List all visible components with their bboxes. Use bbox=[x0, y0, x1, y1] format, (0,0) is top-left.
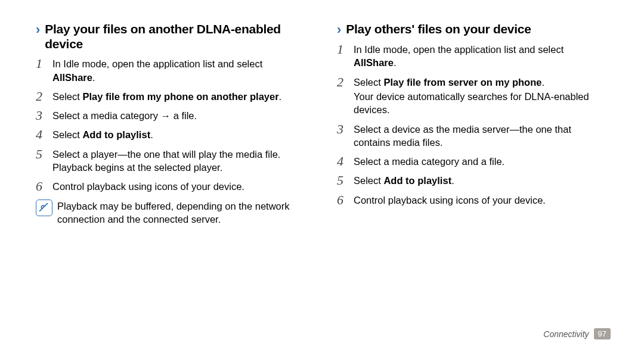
step-text-post: . bbox=[92, 72, 95, 83]
step-text: Control playback using icons of your dev… bbox=[52, 180, 244, 193]
steps-list-left: 1 In Idle mode, open the application lis… bbox=[36, 57, 307, 193]
left-column: › Play your files on another DLNA-enable… bbox=[30, 18, 313, 343]
step-number: 1 bbox=[337, 43, 354, 56]
step-text: Select a media category → a file. bbox=[52, 109, 197, 122]
step-text-pre: In Idle mode, open the application list … bbox=[52, 58, 262, 69]
step-number: 6 bbox=[36, 180, 52, 193]
step-text-post: . bbox=[451, 175, 454, 186]
note-info-icon bbox=[36, 200, 52, 216]
footer-section-name: Connectivity bbox=[543, 329, 589, 339]
step-number: 2 bbox=[36, 90, 52, 103]
step-text-pre: Control playback using icons of your dev… bbox=[354, 195, 546, 205]
step-text-post: . bbox=[150, 129, 153, 140]
step-text-pre: In Idle mode, open the application list … bbox=[354, 44, 564, 55]
step-item: 1 In Idle mode, open the application lis… bbox=[36, 57, 307, 84]
page-footer: Connectivity 97 bbox=[543, 328, 611, 339]
step-number: 3 bbox=[337, 123, 354, 136]
step-text-bold: Play file from server on my phone bbox=[383, 77, 541, 88]
step-text-pre: Select a media category → a file. bbox=[52, 110, 197, 121]
step-text-post: . bbox=[394, 57, 397, 68]
footer-page-number: 97 bbox=[594, 328, 611, 339]
step-number: 3 bbox=[36, 109, 52, 122]
heading-title-left: Play your files on another DLNA-enabled … bbox=[45, 21, 307, 51]
step-text: Select Add to playlist. bbox=[354, 174, 454, 187]
step-item: 3 Select a media category → a file. bbox=[36, 109, 307, 122]
step-item: 6 Control playback using icons of your d… bbox=[36, 180, 307, 193]
step-item: 5 Select a player—the one that will play… bbox=[36, 148, 307, 174]
step-text-bold: AllShare bbox=[354, 57, 394, 68]
step-text-pre: Select a media category and a file. bbox=[354, 156, 504, 167]
section-heading-left: › Play your files on another DLNA-enable… bbox=[36, 21, 307, 51]
step-text-post: . bbox=[279, 91, 282, 102]
step-item: 4 Select a media category and a file. bbox=[337, 155, 608, 168]
step-text-pre: Control playback using icons of your dev… bbox=[52, 181, 244, 192]
step-number: 5 bbox=[36, 148, 52, 161]
step-text-pre: Select a player—the one that will play t… bbox=[52, 149, 280, 173]
step-item: 1 In Idle mode, open the application lis… bbox=[337, 43, 608, 70]
step-item: 6 Control playback using icons of your d… bbox=[337, 194, 608, 207]
step-text-bold: Add to playlist bbox=[82, 129, 150, 140]
step-text: In Idle mode, open the application list … bbox=[354, 43, 608, 70]
step-text-pre: Select bbox=[354, 77, 383, 88]
step-text-bold: AllShare bbox=[52, 72, 92, 83]
step-number: 4 bbox=[36, 128, 52, 141]
step-text: Select a device as the media server—the … bbox=[354, 123, 608, 149]
section-heading-right: › Play others' files on your device bbox=[337, 21, 608, 37]
step-text-post: . bbox=[541, 77, 544, 88]
step-number: 1 bbox=[36, 57, 52, 70]
step-sub-text: Your device automatically searches for D… bbox=[354, 90, 608, 117]
step-text-pre: Select bbox=[52, 129, 82, 140]
step-text-pre: Select bbox=[52, 91, 82, 102]
manual-page: › Play your files on another DLNA-enable… bbox=[0, 0, 644, 349]
step-number: 2 bbox=[337, 76, 354, 89]
step-text-pre: Select a device as the media server—the … bbox=[354, 124, 571, 148]
step-text: Select a media category and a file. bbox=[354, 155, 504, 168]
step-text: Control playback using icons of your dev… bbox=[354, 194, 546, 207]
step-item: 4 Select Add to playlist. bbox=[36, 128, 307, 141]
note-block: Playback may be buffered, depending on t… bbox=[36, 200, 307, 226]
step-text: Select Add to playlist. bbox=[52, 128, 153, 141]
step-item: 2 Select Play file from my phone on anot… bbox=[36, 90, 307, 103]
step-item: 3 Select a device as the media server—th… bbox=[337, 123, 608, 149]
heading-arrow-icon: › bbox=[337, 23, 341, 37]
step-text-bold: Play file from my phone on another playe… bbox=[82, 91, 278, 102]
step-text-bold: Add to playlist bbox=[383, 175, 451, 186]
step-item: 5 Select Add to playlist. bbox=[337, 174, 608, 187]
step-number: 6 bbox=[337, 194, 354, 207]
step-text: Select Play file from my phone on anothe… bbox=[52, 90, 281, 103]
step-number: 4 bbox=[337, 155, 354, 168]
note-text: Playback may be buffered, depending on t… bbox=[57, 200, 307, 226]
step-text: In Idle mode, open the application list … bbox=[52, 57, 307, 84]
step-text: Select a player—the one that will play t… bbox=[52, 148, 307, 174]
step-item: 2 Select Play file from server on my pho… bbox=[337, 76, 608, 117]
heading-title-right: Play others' files on your device bbox=[346, 21, 531, 36]
heading-arrow-icon: › bbox=[36, 23, 40, 37]
right-column: › Play others' files on your device 1 In… bbox=[331, 18, 614, 343]
steps-list-right: 1 In Idle mode, open the application lis… bbox=[337, 43, 608, 207]
step-text-pre: Select bbox=[354, 175, 383, 186]
step-text: Select Play file from server on my phone… bbox=[354, 76, 608, 117]
step-number: 5 bbox=[337, 174, 354, 187]
